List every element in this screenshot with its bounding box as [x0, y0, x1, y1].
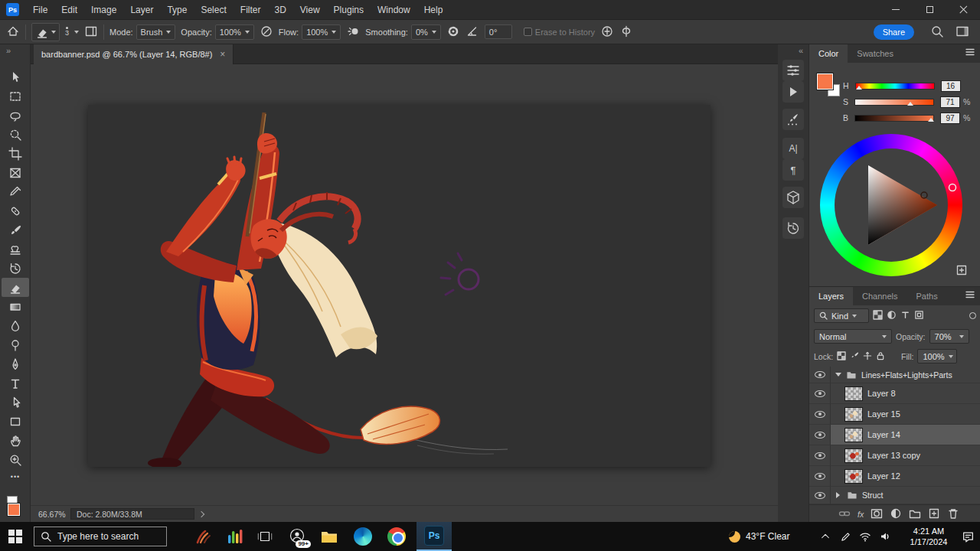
start-button[interactable]	[0, 522, 31, 551]
search-icon[interactable]	[930, 24, 944, 40]
panel-menu-icon[interactable]	[965, 47, 975, 58]
visibility-toggle[interactable]	[809, 425, 831, 445]
menu-filter[interactable]: Filter	[234, 0, 268, 20]
saturation-slider[interactable]	[854, 99, 934, 106]
layer-thumbnail[interactable]	[844, 448, 863, 463]
lock-paint-icon[interactable]	[850, 351, 859, 362]
minimize-button[interactable]	[879, 0, 913, 20]
lock-position-icon[interactable]	[863, 351, 872, 362]
smoothing-dropdown[interactable]: 0%	[411, 24, 441, 40]
document-size-info[interactable]: Doc: 2.80M/33.8M	[70, 508, 194, 520]
taskbar-app-paint[interactable]	[188, 522, 219, 551]
canvas-pasteboard[interactable]	[31, 64, 778, 505]
brightness-slider-handle[interactable]	[928, 115, 934, 122]
share-button[interactable]: Share	[874, 24, 914, 40]
filter-smart-object-icon[interactable]	[914, 310, 924, 321]
foreground-color-swatch[interactable]	[8, 504, 20, 516]
layer-row[interactable]: Layer 13 copy	[809, 445, 980, 466]
brush-angle-field[interactable]: 0°	[485, 24, 512, 39]
visibility-toggle[interactable]	[809, 367, 831, 383]
menu-edit[interactable]: Edit	[54, 0, 84, 20]
show-hidden-icons-button[interactable]	[816, 522, 835, 551]
filter-kind-dropdown[interactable]: Kind	[814, 308, 869, 323]
layer-group-row-collapsed[interactable]: Struct	[809, 487, 980, 504]
opacity-dropdown[interactable]: 100%	[215, 24, 254, 40]
maximize-button[interactable]	[913, 0, 946, 20]
artwork-canvas[interactable]	[88, 105, 710, 467]
taskbar-app-chrome[interactable]	[381, 522, 412, 551]
airbrush-icon[interactable]	[346, 24, 360, 40]
filter-toggle-icon[interactable]	[969, 312, 976, 319]
gradient-tool[interactable]	[2, 297, 29, 316]
expand-tools-icon[interactable]: »	[6, 46, 10, 55]
brightness-value-field[interactable]: 97	[940, 112, 960, 124]
panel-menu-icon[interactable]	[965, 290, 975, 301]
symmetry-icon[interactable]	[619, 24, 633, 40]
saturation-brightness-triangle[interactable]	[820, 134, 962, 276]
layer-row[interactable]: Layer 8	[809, 383, 980, 404]
menu-select[interactable]: Select	[194, 0, 233, 20]
paragraph-panel-icon[interactable]: ¶	[782, 159, 804, 181]
hue-value-field[interactable]: 16	[941, 80, 961, 92]
filter-pixel-icon[interactable]	[873, 310, 883, 321]
edit-toolbar-icon[interactable]: •••	[2, 467, 29, 486]
taskbar-app-edge[interactable]	[348, 522, 378, 551]
task-view-button[interactable]	[250, 522, 280, 551]
zoom-level[interactable]: 66.67%	[38, 510, 70, 519]
layer-row[interactable]: Layer 15	[809, 404, 980, 425]
clone-stamp-tool[interactable]	[2, 240, 29, 259]
tray-pen-icon[interactable]	[836, 522, 854, 551]
tray-network-icon[interactable]	[856, 522, 874, 551]
object-selection-tool[interactable]	[2, 125, 29, 144]
new-group-icon[interactable]	[909, 507, 921, 521]
taskbar-app-art-tools[interactable]	[219, 522, 250, 551]
taskbar-app-photoshop[interactable]: Ps	[416, 522, 452, 551]
visibility-toggle[interactable]	[809, 404, 831, 425]
layer-thumbnail[interactable]	[844, 386, 863, 401]
group-collapse-chevron[interactable]	[835, 373, 841, 380]
layer-thumbnail[interactable]	[844, 428, 863, 442]
filter-adjustment-icon[interactable]	[887, 310, 897, 321]
brush-tool[interactable]	[2, 220, 29, 240]
marquee-tool[interactable]	[2, 86, 29, 106]
mode-dropdown[interactable]: Brush	[136, 24, 176, 40]
pressure-opacity-icon[interactable]	[260, 24, 273, 40]
path-selection-tool[interactable]	[2, 393, 29, 412]
history-panel-icon[interactable]	[782, 217, 804, 239]
hand-tool[interactable]	[2, 431, 29, 450]
character-panel-icon[interactable]: A|	[782, 138, 804, 159]
add-mask-icon[interactable]	[871, 507, 883, 521]
blur-tool[interactable]	[2, 316, 29, 335]
brush-settings-panel-icon[interactable]	[782, 60, 804, 81]
dodge-tool[interactable]	[2, 335, 29, 354]
eyedropper-tool[interactable]	[2, 182, 29, 201]
saturation-slider-handle[interactable]	[907, 99, 913, 106]
delete-layer-icon[interactable]	[947, 507, 959, 521]
link-layers-icon[interactable]	[838, 507, 851, 521]
tab-channels[interactable]: Channels	[853, 287, 906, 305]
menu-type[interactable]: Type	[160, 0, 194, 20]
layer-opacity-dropdown[interactable]: 70%	[929, 329, 969, 344]
hue-slider-handle[interactable]	[856, 83, 862, 90]
pressure-size-icon[interactable]	[600, 24, 614, 40]
brush-panel-toggle-icon[interactable]	[84, 24, 98, 40]
3d-panel-icon[interactable]	[782, 187, 804, 208]
taskbar-app-messages[interactable]: 99+	[282, 522, 312, 551]
fill-dropdown[interactable]: 100%	[917, 349, 957, 364]
close-tab-icon[interactable]: ×	[220, 49, 225, 60]
chevron-down-icon[interactable]	[74, 31, 79, 36]
tray-volume-icon[interactable]	[876, 522, 894, 551]
layer-row[interactable]: Layer 12	[809, 466, 980, 487]
filter-type-icon[interactable]	[900, 310, 910, 321]
lock-transparency-icon[interactable]	[837, 351, 846, 362]
crop-tool[interactable]	[2, 144, 29, 163]
menu-3d[interactable]: 3D	[267, 0, 292, 20]
brush-size-indicator[interactable]: 3	[65, 27, 69, 37]
lock-all-icon[interactable]	[876, 351, 885, 362]
layer-row-selected[interactable]: Layer 14	[809, 425, 980, 445]
actions-panel-icon[interactable]	[782, 81, 804, 103]
group-expand-chevron[interactable]	[836, 492, 843, 498]
workspace-switcher-icon[interactable]	[956, 24, 969, 40]
saturation-value-field[interactable]: 71	[940, 96, 960, 108]
lasso-tool[interactable]	[2, 106, 29, 125]
